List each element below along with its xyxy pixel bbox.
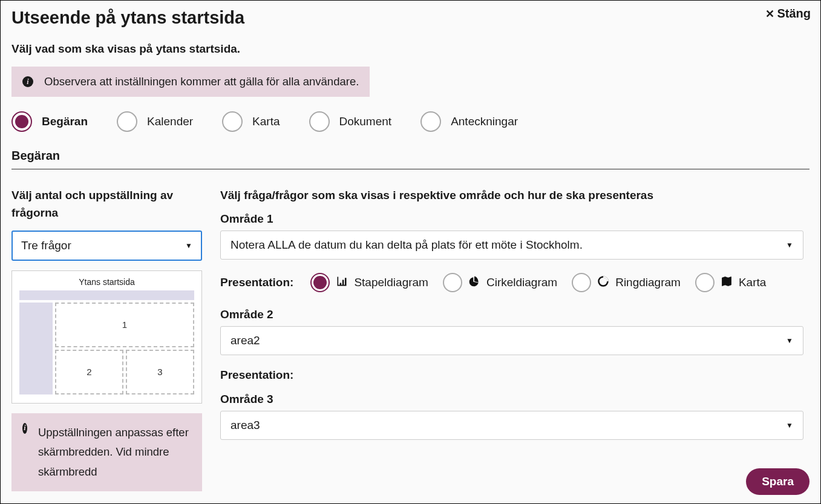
area1-value: Notera ALLA de datum du kan delta på pla… (231, 238, 583, 252)
chevron-down-icon: ▼ (786, 421, 793, 430)
chevron-down-icon: ▼ (786, 241, 793, 249)
layout-select-value: Tre frågor (21, 239, 71, 252)
presentation-option-label: Karta (739, 276, 766, 289)
area3-select[interactable]: area3 ▼ (220, 411, 803, 440)
info-icon: i (22, 76, 33, 87)
left-heading: Välj antal och uppställning av frågorna (11, 186, 202, 222)
radio-karta[interactable]: Karta (222, 111, 280, 132)
close-icon: ✕ (765, 7, 774, 21)
presentation-option-label: Ringdiagram (615, 276, 681, 289)
info-text: Observera att inställningen kommer att g… (44, 75, 359, 88)
map-icon (721, 275, 733, 290)
radio-input[interactable] (443, 273, 462, 292)
radio-label: Karta (252, 115, 280, 128)
preview-area-1: 1 (55, 303, 194, 347)
preview-topbar (19, 290, 194, 300)
close-label: Stäng (777, 7, 811, 21)
layout-info-banner: i Uppställningen anpassas efter skärmbre… (11, 413, 202, 491)
area2-value: area2 (231, 334, 260, 347)
area3-value: area3 (231, 419, 260, 432)
radio-begaran[interactable]: Begäran (11, 111, 88, 132)
page-title: Utseende på ytans startsida (11, 8, 810, 28)
radio-label: Anteckningar (451, 115, 518, 128)
area2-select[interactable]: area2 ▼ (220, 326, 803, 355)
area2-presentation-label: Presentation: (220, 368, 803, 382)
radio-input[interactable] (572, 273, 591, 292)
bar-chart-icon (336, 275, 348, 290)
radio-anteckningar[interactable]: Anteckningar (420, 111, 518, 132)
radio-input[interactable] (309, 111, 330, 132)
presentation-label: Presentation: (220, 276, 293, 289)
preview-title: Ytans startsida (19, 277, 194, 287)
close-button[interactable]: ✕ Stäng (765, 7, 811, 21)
radio-input[interactable] (117, 111, 137, 132)
right-heading: Välj fråga/frågor som ska visas i respek… (220, 186, 803, 204)
radio-label: Kalender (147, 115, 193, 128)
section-heading: Begäran (11, 149, 810, 169)
layout-preview: Ytans startsida 1 2 3 (11, 270, 202, 404)
radio-label: Dokument (339, 115, 392, 128)
radio-dokument[interactable]: Dokument (309, 111, 392, 132)
subtitle: Välj vad som ska visas på ytans startsid… (11, 42, 810, 56)
radio-input[interactable] (310, 273, 330, 292)
preview-area-2: 2 (55, 350, 123, 394)
info-icon: i (22, 423, 27, 434)
radio-label: Begäran (42, 115, 88, 128)
area1-label: Område 1 (220, 212, 803, 226)
area3-label: Område 3 (220, 393, 803, 406)
presentation-donut[interactable]: Ringdiagram (572, 273, 681, 292)
save-button[interactable]: Spara (746, 468, 810, 495)
radio-kalender[interactable]: Kalender (117, 111, 193, 132)
layout-select[interactable]: Tre frågor ▼ (11, 231, 202, 261)
donut-chart-icon (597, 275, 609, 290)
presentation-option-label: Cirkeldiagram (486, 276, 557, 289)
info-banner: i Observera att inställningen kommer att… (11, 67, 370, 97)
pie-chart-icon (468, 275, 480, 290)
presentation-option-label: Stapeldiagram (354, 276, 428, 289)
radio-input[interactable] (222, 111, 243, 132)
layout-info-text: Uppställningen anpassas efter skärmbredd… (38, 423, 191, 482)
presentation-pie[interactable]: Cirkeldiagram (443, 273, 557, 292)
area1-presentation-row: Presentation: Stapeldiagram Cirkeldiagra… (220, 273, 803, 292)
chevron-down-icon: ▼ (185, 241, 192, 250)
area2-label: Område 2 (220, 308, 803, 321)
radio-input[interactable] (695, 273, 715, 292)
presentation-map[interactable]: Karta (695, 273, 766, 292)
preview-sidebar (19, 303, 53, 394)
radio-input[interactable] (420, 111, 441, 132)
preview-area-3: 3 (126, 350, 194, 394)
area1-select[interactable]: Notera ALLA de datum du kan delta på pla… (220, 231, 803, 260)
presentation-bar[interactable]: Stapeldiagram (310, 273, 428, 292)
radio-input[interactable] (11, 111, 32, 132)
view-type-radios: Begäran Kalender Karta Dokument Anteckni… (11, 111, 810, 132)
chevron-down-icon: ▼ (786, 336, 793, 345)
